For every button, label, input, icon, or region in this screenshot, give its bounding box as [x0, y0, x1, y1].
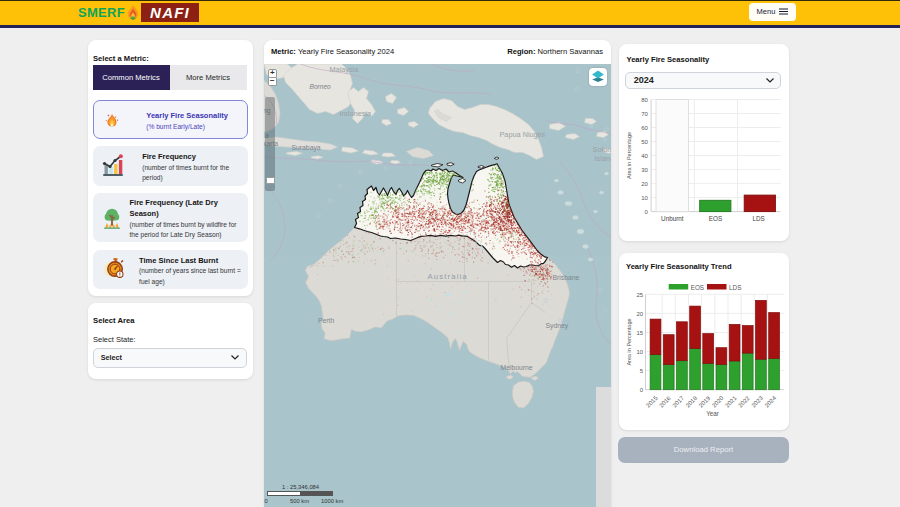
svg-text:2019: 2019: [697, 395, 711, 409]
svg-text:Brisbane: Brisbane: [552, 273, 579, 280]
svg-text:Borneo: Borneo: [309, 83, 331, 90]
svg-text:Surabaya: Surabaya: [291, 144, 320, 152]
svg-text:2020: 2020: [710, 395, 724, 409]
svg-text:2024: 2024: [763, 395, 777, 409]
svg-text:15: 15: [636, 330, 643, 336]
svg-text:2015: 2015: [645, 395, 659, 409]
svg-text:Australia: Australia: [427, 271, 467, 280]
svg-text:Malaysia: Malaysia: [329, 65, 359, 74]
svg-text:0: 0: [644, 209, 648, 215]
svg-text:20: 20: [636, 311, 643, 317]
svg-text:Perth: Perth: [318, 316, 334, 323]
svg-text:5: 5: [639, 368, 643, 374]
svg-text:EOS: EOS: [708, 215, 721, 222]
svg-text:40: 40: [641, 153, 648, 159]
svg-text:30: 30: [641, 167, 648, 173]
svg-text:LDS: LDS: [729, 284, 741, 291]
svg-text:Solom: Solom: [592, 145, 611, 154]
svg-text:2022: 2022: [737, 395, 751, 409]
svg-text:2018: 2018: [684, 395, 698, 409]
svg-text:Melbourne: Melbourne: [500, 363, 532, 370]
svg-text:Indonesia: Indonesia: [339, 108, 372, 117]
svg-text:50: 50: [641, 139, 648, 145]
svg-text:10: 10: [641, 195, 648, 201]
svg-text:Islan-: Islan-: [594, 154, 611, 163]
svg-text:2017: 2017: [671, 395, 685, 409]
svg-text:Papua Niugini: Papua Niugini: [499, 129, 545, 138]
svg-text:2023: 2023: [750, 395, 764, 409]
svg-text:20: 20: [641, 181, 648, 187]
svg-text:0: 0: [639, 387, 643, 393]
svg-text:Year: Year: [706, 410, 719, 417]
svg-text:70: 70: [641, 111, 648, 117]
svg-text:60: 60: [641, 125, 648, 131]
svg-text:2021: 2021: [724, 395, 738, 409]
svg-text:80: 80: [641, 97, 648, 103]
svg-text:2016: 2016: [658, 395, 672, 409]
svg-text:EOS: EOS: [690, 284, 703, 291]
svg-text:LDS: LDS: [752, 215, 764, 222]
svg-text:Sydney: Sydney: [545, 322, 568, 330]
svg-text:Unburnt: Unburnt: [661, 215, 684, 222]
svg-text:Area in Percentage: Area in Percentage: [625, 132, 631, 179]
svg-text:10: 10: [636, 349, 643, 355]
svg-text:Area in Percentage: Area in Percentage: [625, 318, 631, 365]
svg-text:25: 25: [636, 292, 643, 298]
